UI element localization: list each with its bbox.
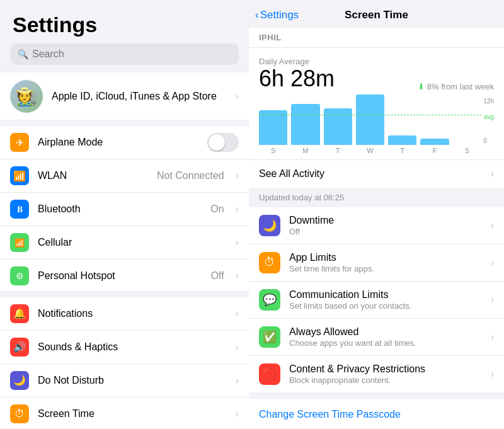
bar-day-label-5: F xyxy=(433,147,437,154)
bluetooth-icon: 𝐁 xyxy=(17,204,23,215)
donotdisturb-row[interactable]: 🌙 Do Not Disturb › xyxy=(0,363,249,397)
notifications-icon-box: 🔔 xyxy=(10,304,29,323)
profile-section: IPHIL xyxy=(249,28,504,48)
hotspot-row[interactable]: ⚙ Personal Hotspot Off › xyxy=(0,259,249,291)
airplane-icon: ✈ xyxy=(16,137,24,149)
option-row-always-allowed[interactable]: ✅Always AllowedChoose apps you want at a… xyxy=(249,318,504,355)
bar-col-F-5: F xyxy=(420,139,449,154)
communication-limits-title: Communication Limits xyxy=(289,289,482,300)
hotspot-icon-box: ⚙ xyxy=(10,266,29,285)
updated-text: Updated today at 08:25 xyxy=(259,193,344,202)
apple-id-row[interactable]: 🧑‍🌾 Apple ID, iCloud, iTunes & App Store… xyxy=(0,72,249,120)
bar-day-label-0: S xyxy=(271,147,275,154)
avatar: 🧑‍🌾 xyxy=(10,80,43,113)
cellular-icon-box: 📶 xyxy=(10,233,29,252)
always-allowed-chevron: › xyxy=(491,331,494,343)
content-privacy-title: Content & Privacy Restrictions xyxy=(289,363,482,375)
bluetooth-value: On xyxy=(210,203,224,215)
apple-id-label: Apple ID, iCloud, iTunes & App Store xyxy=(52,91,227,102)
bar-0 xyxy=(259,110,287,145)
app-limits-subtitle: Set time limits for apps. xyxy=(289,264,482,273)
chevron-left-icon: ‹ xyxy=(255,9,259,21)
chevron-icon: › xyxy=(236,308,239,319)
nav-title: Screen Time xyxy=(345,9,408,21)
daily-avg-time: 6h 28m xyxy=(259,66,335,91)
chevron-icon: › xyxy=(236,170,239,181)
notifications-icon: 🔔 xyxy=(13,307,26,319)
chart-area: 12h 0 avg SMTWTFS xyxy=(249,95,504,159)
bar-3 xyxy=(356,94,384,145)
always-allowed-title: Always Allowed xyxy=(289,326,482,338)
right-panel: ‹ Settings Screen Time IPHIL Daily Avera… xyxy=(249,0,504,429)
downtime-subtitle: Off xyxy=(289,227,482,236)
airplane-icon-box: ✈ xyxy=(10,133,29,152)
search-input[interactable] xyxy=(32,49,231,60)
content-privacy-subtitle: Block inappropriate content. xyxy=(289,375,482,385)
downtime-text: DowntimeOff xyxy=(289,215,482,236)
sounds-icon-box: 🔊 xyxy=(10,338,29,357)
screentime-icon-box: ⏱ xyxy=(10,404,29,423)
cellular-label: Cellular xyxy=(38,237,227,248)
bar-day-label-1: M xyxy=(302,147,308,154)
always-allowed-text: Always AllowedChoose apps you want at al… xyxy=(289,326,482,348)
chevron-icon: › xyxy=(236,91,239,102)
airplane-row[interactable]: ✈ Airplane Mode xyxy=(0,126,249,159)
downtime-title: Downtime xyxy=(289,215,482,226)
bar-4 xyxy=(388,135,416,145)
option-row-downtime[interactable]: 🌙DowntimeOff› xyxy=(249,207,504,244)
wlan-row[interactable]: 📶 WLAN Not Connected › xyxy=(0,159,249,192)
communication-limits-text: Communication LimitsSet limits based on … xyxy=(289,289,482,311)
cellular-icon: 📶 xyxy=(14,238,25,248)
back-button[interactable]: ‹ Settings xyxy=(255,9,299,21)
app-limits-title: App Limits xyxy=(289,252,482,263)
change-passcode-section: Change Screen Time Passcode xyxy=(249,399,504,429)
content-privacy-chevron: › xyxy=(491,369,494,380)
chevron-icon: › xyxy=(236,237,239,248)
bar-col-W-3: W xyxy=(356,94,384,154)
always-allowed-subtitle: Choose apps you want at all times. xyxy=(289,338,482,348)
see-all-row[interactable]: See All Activity › xyxy=(249,159,504,188)
settings-title: Settings xyxy=(0,0,249,43)
hotspot-icon: ⚙ xyxy=(16,271,24,281)
chart-container: 12h 0 avg SMTWTFS xyxy=(259,98,494,154)
notifications-row[interactable]: 🔔 Notifications › xyxy=(0,297,249,330)
wlan-value: Not Connected xyxy=(157,170,224,181)
chevron-icon: › xyxy=(236,408,239,420)
app-limits-chevron: › xyxy=(491,257,494,268)
cellular-row[interactable]: 📶 Cellular › xyxy=(0,226,249,259)
chevron-icon: › xyxy=(236,203,239,215)
left-panel: Settings 🔍 🧑‍🌾 Apple ID, iCloud, iTunes … xyxy=(0,0,249,429)
chevron-icon: › xyxy=(236,341,239,353)
y-min-label: 0 xyxy=(483,137,494,144)
downtime-icon-box: 🌙 xyxy=(259,215,280,236)
airplane-toggle[interactable] xyxy=(207,133,239,152)
bluetooth-icon-box: 𝐁 xyxy=(10,200,29,219)
option-row-app-limits[interactable]: ⏱App LimitsSet time limits for apps.› xyxy=(249,244,504,281)
chevron-icon: › xyxy=(236,270,239,282)
bluetooth-row[interactable]: 𝐁 Bluetooth On › xyxy=(0,192,249,226)
chart-y-labels: 12h 0 xyxy=(483,98,494,144)
bar-2 xyxy=(324,108,352,145)
change-passcode-link[interactable]: Change Screen Time Passcode xyxy=(259,409,401,420)
system-group: 🔔 Notifications › 🔊 Sounds & Haptics › 🌙… xyxy=(0,297,249,429)
wlan-label: WLAN xyxy=(38,170,148,181)
option-row-communication-limits[interactable]: 💬Communication LimitsSet limits based on… xyxy=(249,281,504,318)
bar-day-label-4: T xyxy=(400,147,404,154)
option-row-content-privacy[interactable]: 🚫Content & Privacy RestrictionsBlock ina… xyxy=(249,355,504,392)
donotdisturb-icon: 🌙 xyxy=(13,374,26,386)
bar-col-S-6: S xyxy=(453,145,481,154)
donotdisturb-label: Do Not Disturb xyxy=(38,375,227,386)
bar-day-label-3: W xyxy=(367,147,373,154)
back-label: Settings xyxy=(260,9,299,21)
screentime-icon: ⏱ xyxy=(14,408,25,420)
app-limits-text: App LimitsSet time limits for apps. xyxy=(289,252,482,273)
sounds-row[interactable]: 🔊 Sounds & Haptics › xyxy=(0,330,249,363)
communication-limits-subtitle: Set limits based on your contacts. xyxy=(289,301,482,311)
hotspot-value: Off xyxy=(211,270,224,282)
weekly-change: ⬇ 8% from last week xyxy=(418,82,494,91)
toggle-knob xyxy=(209,134,225,151)
content-privacy-icon-box: 🚫 xyxy=(259,363,280,385)
screentime-row[interactable]: ⏱ Screen Time › xyxy=(0,397,249,429)
search-bar[interactable]: 🔍 xyxy=(10,43,239,65)
bar-5 xyxy=(420,139,449,145)
